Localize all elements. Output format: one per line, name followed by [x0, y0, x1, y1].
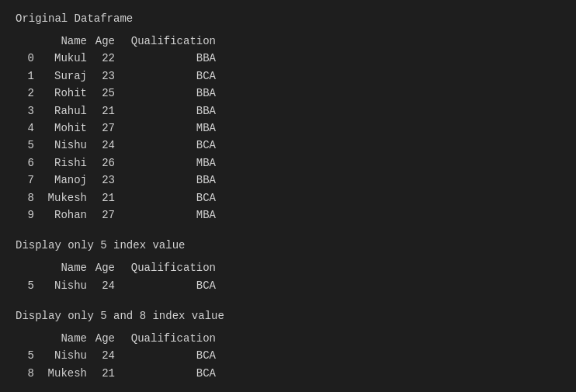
table-row: 5 Nishu 24 BCA: [16, 277, 560, 294]
table-row: 8 Mukesh 21 BCA: [16, 189, 560, 206]
table-row: 4 Mohit 27 MBA: [16, 120, 560, 137]
table-row: 2 Rohit 25 BBA: [16, 85, 560, 102]
original-dataframe: Name Age Qualification 0 Mukul 22 BBA 1 …: [16, 33, 560, 224]
header-age: Age: [87, 330, 115, 347]
table-row: 7 Manoj 23 BBA: [16, 172, 560, 189]
header-name: Name: [34, 259, 87, 276]
display5-header-row: Name Age Qualification: [16, 259, 560, 276]
original-section: Original Dataframe Name Age Qualificatio…: [16, 12, 560, 224]
display5and8-title: Display only 5 and 8 index value: [16, 310, 560, 322]
display5-title: Display only 5 index value: [16, 239, 560, 252]
table-row: 5 Nishu 24 BCA: [16, 347, 560, 364]
header-name: Name: [34, 33, 87, 50]
table-row: 8 Mukesh 21 BCA: [16, 365, 560, 382]
header-qual: Qualification: [115, 33, 216, 50]
table-row: 5 Nishu 24 BCA: [16, 137, 560, 154]
table-row: 0 Mukul 22 BBA: [16, 50, 560, 67]
display5-section: Display only 5 index value Name Age Qual…: [16, 239, 560, 294]
header-age: Age: [87, 33, 115, 50]
header-age: Age: [87, 259, 115, 276]
display5-dataframe: Name Age Qualification 5 Nishu 24 BCA: [16, 259, 560, 294]
display5and8-section: Display only 5 and 8 index value Name Ag…: [16, 310, 560, 382]
header-name: Name: [34, 330, 87, 347]
display5and8-header-row: Name Age Qualification: [16, 330, 560, 347]
header-qual: Qualification: [115, 259, 216, 276]
table-row: 3 Rahul 21 BBA: [16, 102, 560, 120]
original-header-row: Name Age Qualification: [16, 33, 560, 50]
header-qual: Qualification: [115, 330, 216, 347]
table-row: 9 Rohan 27 MBA: [16, 206, 560, 224]
table-row: 6 Rishi 26 MBA: [16, 154, 560, 172]
display5and8-dataframe: Name Age Qualification 5 Nishu 24 BCA 8 …: [16, 330, 560, 382]
main-container: Original Dataframe Name Age Qualificatio…: [16, 12, 560, 382]
table-row: 1 Suraj 23 BCA: [16, 68, 560, 85]
original-title: Original Dataframe: [16, 12, 560, 25]
